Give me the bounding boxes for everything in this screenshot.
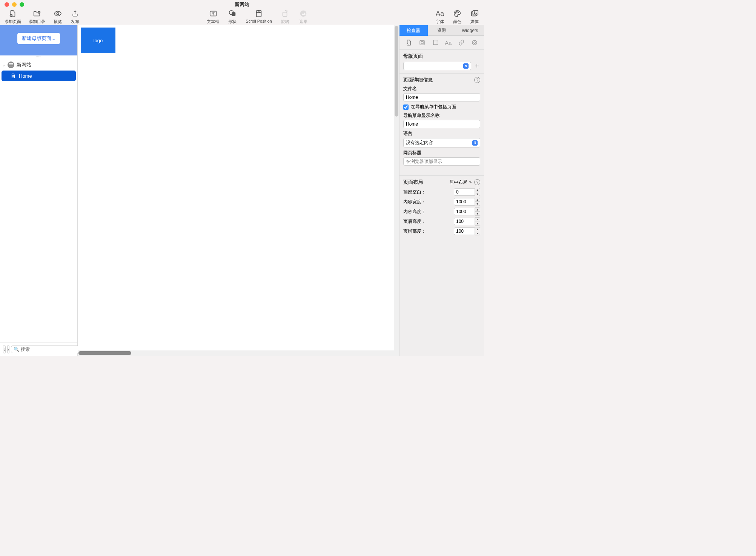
page-item-home[interactable]: Home xyxy=(2,71,76,81)
chevron-down-icon: ⌄ xyxy=(2,63,5,67)
layout-value-input[interactable] xyxy=(454,227,475,235)
mask-button: 遮罩 xyxy=(297,9,310,25)
site-name: 新网站 xyxy=(17,61,31,68)
language-select[interactable]: 没有选定内容 ⇅ xyxy=(403,138,480,147)
layout-row: 页眉高度： ▲▼ xyxy=(403,217,480,226)
add-master-button[interactable]: + xyxy=(473,62,480,70)
sidebar-resize-handle[interactable]: ····· xyxy=(0,55,77,58)
layout-row-label: 顶部空白： xyxy=(403,189,426,195)
share-icon xyxy=(70,9,80,18)
svg-point-12 xyxy=(458,12,459,13)
page-layout-title: 页面布局 xyxy=(403,179,423,186)
include-nav-checkbox[interactable] xyxy=(403,104,409,110)
add-page-button[interactable]: 添加页面 xyxy=(3,9,23,25)
svg-rect-19 xyxy=(433,41,437,45)
minimize-window-button[interactable] xyxy=(12,2,17,7)
fonts-button[interactable]: Aa 字体 xyxy=(433,9,446,25)
stepper[interactable]: ▲▼ xyxy=(475,207,480,216)
titlebar: 新网站 xyxy=(0,0,484,9)
toolbar: 添加页面 添加目录 预览 发布 字 文本框 xyxy=(0,9,484,25)
svg-point-11 xyxy=(456,11,457,12)
language-label: 语言 xyxy=(403,131,480,137)
chevron-updown-icon: ⇅ xyxy=(472,140,478,146)
svg-rect-17 xyxy=(420,40,424,45)
inspector-panel: 检查器 资源 Widgets Aa 母版页面 ⇅ + xyxy=(399,25,484,356)
site-root[interactable]: ⌄ 新网站 xyxy=(0,60,77,70)
rotate-button: 旋转 xyxy=(279,9,292,25)
layout-mode-select[interactable]: 居中布局 ⇅ xyxy=(449,179,472,186)
subtab-wrap[interactable] xyxy=(418,38,427,47)
rotate-icon xyxy=(280,9,290,18)
search-box[interactable]: 🔍 xyxy=(11,346,80,353)
tab-widgets[interactable]: Widgets xyxy=(456,25,484,36)
filename-input[interactable] xyxy=(403,93,480,101)
subtab-page[interactable] xyxy=(404,38,413,47)
inspector-subtabs: Aa xyxy=(400,36,484,50)
subtab-text[interactable]: Aa xyxy=(444,38,453,47)
shape-icon xyxy=(227,9,237,18)
page-details-section: 页面详细信息 ? 文件名 在导航菜单中包括页面 导航菜单显示名称 语言 没有选定… xyxy=(400,74,484,176)
add-page-icon xyxy=(8,9,18,18)
add-folder-icon xyxy=(32,9,42,18)
svg-point-10 xyxy=(455,12,456,13)
sidebar: 新建母版页面... ····· ⌄ 新网站 Home ‹ › 🔍 xyxy=(0,25,78,356)
traffic-lights xyxy=(5,2,24,7)
logo-element[interactable]: logo xyxy=(81,28,115,53)
tab-resources[interactable]: 资源 xyxy=(428,25,456,36)
eye-icon xyxy=(53,9,63,18)
add-folder-button[interactable]: 添加目录 xyxy=(27,9,47,25)
layout-value-input[interactable] xyxy=(454,208,475,215)
preview-button[interactable]: 预览 xyxy=(51,9,64,25)
layout-value-input[interactable] xyxy=(454,198,475,206)
layout-value-input[interactable] xyxy=(454,218,475,225)
master-pages-section: 新建母版页面... xyxy=(0,25,77,55)
canvas[interactable]: logo xyxy=(78,25,399,356)
page-layout-section: 页面布局 居中布局 ⇅ ? 顶部空白： ▲▼ 内容宽度： ▲▼ 内容高度： xyxy=(400,176,484,240)
inspector-tabs: 检查器 资源 Widgets xyxy=(400,25,484,36)
page-label: Home xyxy=(19,73,32,79)
help-icon[interactable]: ? xyxy=(474,77,480,83)
subtab-settings[interactable] xyxy=(470,38,479,47)
svg-point-2 xyxy=(57,12,59,15)
textbox-icon: 字 xyxy=(208,9,218,18)
master-page-section: 母版页面 ⇅ + xyxy=(400,50,484,74)
canvas-scrollbar-vertical[interactable] xyxy=(394,25,399,356)
master-page-select[interactable]: ⇅ xyxy=(403,62,471,70)
layout-value-input[interactable] xyxy=(454,188,475,196)
nav-forward-button[interactable]: › xyxy=(7,345,10,353)
nav-name-input[interactable] xyxy=(403,120,480,128)
sidebar-footer: ‹ › 🔍 xyxy=(0,343,77,356)
publish-button[interactable]: 发布 xyxy=(69,9,81,25)
chevron-updown-icon: ⇅ xyxy=(463,63,469,69)
palette-icon xyxy=(452,9,462,18)
zoom-window-button[interactable] xyxy=(20,2,24,7)
canvas-scrollbar-horizontal[interactable] xyxy=(78,350,394,356)
scroll-position-button[interactable]: Scroll Position xyxy=(244,9,274,25)
close-window-button[interactable] xyxy=(5,2,9,7)
stepper[interactable]: ▲▼ xyxy=(475,188,480,196)
fonts-icon: Aa xyxy=(435,9,445,18)
stepper[interactable]: ▲▼ xyxy=(475,227,480,235)
search-icon: 🔍 xyxy=(14,347,19,352)
stepper[interactable]: ▲▼ xyxy=(475,217,480,226)
page-title-input[interactable] xyxy=(403,157,480,166)
help-icon[interactable]: ? xyxy=(474,179,480,185)
subtab-metrics[interactable] xyxy=(431,38,440,47)
page-tree: ⌄ 新网站 Home xyxy=(0,58,77,343)
layout-row: 内容宽度： ▲▼ xyxy=(403,198,480,206)
site-icon xyxy=(8,61,14,68)
media-button[interactable]: 媒体 xyxy=(468,9,481,25)
media-icon xyxy=(470,9,479,18)
tab-inspector[interactable]: 检查器 xyxy=(400,25,428,36)
textbox-button[interactable]: 字 文本框 xyxy=(205,9,221,25)
page-icon xyxy=(11,73,16,79)
nav-back-button[interactable]: ‹ xyxy=(3,345,6,353)
colors-button[interactable]: 颜色 xyxy=(451,9,464,25)
new-master-page-button[interactable]: 新建母版页面... xyxy=(17,33,60,44)
search-input[interactable] xyxy=(21,347,77,352)
shape-button[interactable]: 形状 xyxy=(226,9,239,25)
stepper[interactable]: ▲▼ xyxy=(475,198,480,206)
subtab-link[interactable] xyxy=(457,38,466,47)
layout-row: 页脚高度： ▲▼ xyxy=(403,227,480,235)
scroll-position-icon xyxy=(254,9,264,18)
